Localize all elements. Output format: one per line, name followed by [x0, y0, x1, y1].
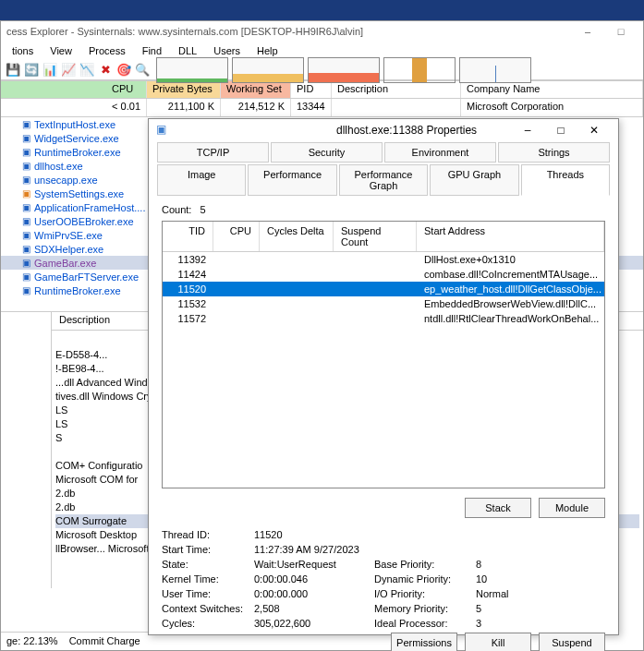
tab-strings[interactable]: Strings [498, 142, 610, 163]
thread-start-address: DllHost.exe+0x1310 [417, 253, 604, 266]
thread-count-label: Count: [162, 204, 191, 215]
process-icon: ▣ [19, 271, 32, 283]
process-name: UserOOBEBroker.exe [34, 216, 134, 227]
tab-security[interactable]: Security [271, 142, 383, 163]
process-icon: ▣ [19, 187, 32, 200]
process-icon: ▣ [19, 257, 32, 270]
col-pid[interactable]: PID [291, 81, 332, 98]
io-priority-label: I/O Priority: [374, 588, 476, 599]
sample-data-row: < 0.01 211,100 K 214,512 K 13344 Microso… [1, 99, 643, 117]
memory-priority-value: 5 [476, 603, 550, 614]
module-button[interactable]: Module [539, 498, 605, 518]
thread-row[interactable]: 11424combase.dll!CoIncrementMTAUsage... [163, 267, 604, 282]
kill-icon[interactable]: ✖ [97, 62, 114, 78]
thread-grid[interactable]: TID CPU Cycles Delta Suspend Count Start… [162, 221, 605, 488]
tab-performance[interactable]: Performance [248, 164, 336, 196]
start-time-value: 11:27:39 AM 9/27/2023 [254, 544, 550, 555]
main-titlebar[interactable]: cess Explorer - Sysinternals: www.sysint… [1, 21, 643, 42]
dialog-tabs-row2: Image Performance Performance Graph GPU … [149, 163, 618, 197]
threads-tab-body: Count: 5 TID CPU Cycles Delta Suspend Co… [149, 197, 618, 651]
process-icon: ▣ [19, 243, 32, 256]
chart-icon-2[interactable]: 📉 [79, 62, 95, 78]
process-name: unsecapp.exe [34, 175, 98, 186]
process-icon: ▣ [19, 160, 32, 173]
ideal-processor-value: 3 [476, 618, 550, 629]
memory-priority-label: Memory Priority: [374, 603, 476, 614]
col-description[interactable]: Description [332, 81, 461, 98]
kill-button[interactable]: Kill [465, 633, 531, 651]
dialog-minimize-button[interactable]: – [511, 119, 544, 141]
thread-start-address: EmbeddedBrowserWebView.dll!DllC... [417, 297, 604, 310]
cycles-label: Cycles: [162, 618, 254, 629]
process-name: SystemSettings.exe [34, 188, 124, 199]
thread-row[interactable]: 11520ep_weather_host.dll!DllGetClassObje… [163, 282, 604, 296]
save-icon[interactable]: 💾 [5, 62, 21, 78]
user-time-value: 0:00:00.000 [254, 588, 374, 599]
maximize-button[interactable]: □ [604, 22, 638, 41]
thread-row[interactable]: 11532EmbeddedBrowserWebView.dll!DllC... [163, 296, 604, 311]
dialog-titlebar[interactable]: ▣ dllhost.exe:11388 Properties – □ ✕ [149, 119, 618, 141]
app-icon: ▣ [156, 123, 331, 138]
tab-environment[interactable]: Environment [384, 142, 496, 163]
col-company[interactable]: Company Name [461, 81, 643, 98]
target-icon[interactable]: 🎯 [115, 62, 132, 78]
thread-start-address: combase.dll!CoIncrementMTAUsage... [417, 268, 604, 281]
user-time-label: User Time: [162, 588, 254, 599]
dialog-tabs-row1: TCP/IP Security Environment Strings [149, 141, 618, 163]
col-working-set[interactable]: Working Set [221, 81, 291, 98]
stack-button[interactable]: Stack [465, 498, 531, 518]
process-icon: ▣ [19, 201, 32, 214]
cpu-usage-label: ge: 22.13% [6, 635, 58, 646]
minimize-button[interactable]: – [571, 22, 604, 41]
process-icon: ▣ [19, 215, 32, 228]
menu-view[interactable]: View [43, 43, 79, 58]
tab-threads[interactable]: Threads [521, 164, 610, 196]
thread-tid: 11520 [163, 283, 213, 295]
chart-icon[interactable]: 📈 [60, 62, 77, 78]
cpu-mini-graph[interactable] [156, 57, 228, 83]
menu-process[interactable]: Process [81, 43, 133, 58]
col-suspend-count[interactable]: Suspend Count [334, 222, 417, 251]
base-priority-value: 8 [476, 559, 550, 570]
process-icon: ▣ [19, 118, 32, 131]
thread-id-label: Thread ID: [162, 529, 254, 540]
col-cycles-delta[interactable]: Cycles Delta [260, 222, 334, 251]
tab-performance-graph[interactable]: Performance Graph [339, 164, 428, 196]
suspend-button[interactable]: Suspend [539, 633, 605, 651]
thread-row[interactable]: 11572ntdll.dll!RtlClearThreadWorkOnBehal… [163, 311, 604, 326]
refresh-icon[interactable]: 🔄 [23, 62, 40, 78]
tab-tcpip[interactable]: TCP/IP [157, 142, 269, 163]
dynamic-priority-value: 10 [476, 573, 550, 585]
thread-row[interactable]: 11392DllHost.exe+0x1310 [163, 252, 604, 267]
dialog-close-button[interactable]: ✕ [577, 119, 611, 141]
main-title-text: cess Explorer - Sysinternals: www.sysint… [6, 26, 571, 37]
permissions-button[interactable]: Permissions [391, 633, 457, 651]
sysinfo-icon[interactable]: 📊 [42, 62, 58, 78]
process-name: TextInputHost.exe [34, 119, 115, 130]
col-tid[interactable]: TID [163, 222, 213, 251]
lower-left-col [1, 312, 52, 588]
private-bytes-mini-graph[interactable] [232, 57, 304, 83]
menu-options[interactable]: tions [5, 43, 41, 58]
process-icon: ▣ [19, 132, 32, 145]
state-value: Wait:UserRequest [254, 559, 374, 570]
kernel-time-value: 0:00:00.046 [254, 573, 374, 585]
col-thread-cpu[interactable]: CPU [213, 222, 260, 251]
process-column-headers: CPU Private Bytes Working Set PID Descri… [1, 80, 643, 99]
working-set-mini-graph[interactable] [308, 57, 380, 83]
col-cpu[interactable]: CPU [1, 81, 147, 98]
context-switches-value: 2,508 [254, 603, 374, 614]
io-mini-graph[interactable] [383, 57, 456, 83]
process-name: ApplicationFrameHost.... [34, 202, 145, 213]
col-private-bytes[interactable]: Private Bytes [147, 81, 221, 98]
find-icon[interactable]: 🔍 [134, 62, 151, 78]
context-switches-label: Context Switches: [162, 603, 254, 614]
ideal-processor-label: Ideal Processor: [374, 618, 476, 629]
main-toolbar: 💾 🔄 📊 📈 📉 ✖ 🎯 🔍 [1, 60, 643, 80]
tab-image[interactable]: Image [157, 164, 246, 196]
col-start-address[interactable]: Start Address [417, 222, 604, 251]
gpu-mini-graph[interactable] [459, 57, 531, 83]
thread-start-address: ntdll.dll!RtlClearThreadWorkOnBehal... [417, 312, 604, 325]
dialog-maximize-button[interactable]: □ [544, 119, 577, 141]
tab-gpu-graph[interactable]: GPU Graph [430, 164, 518, 196]
